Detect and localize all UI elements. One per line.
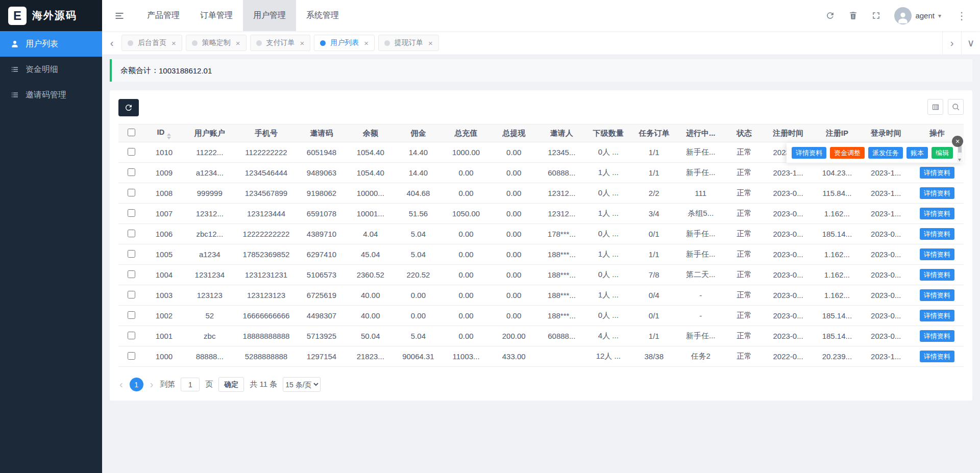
tab-close-icon[interactable]: × xyxy=(236,39,240,47)
topnav-item[interactable]: 订单管理 xyxy=(190,0,243,31)
table-row: 100088888...5288888888129715421823...900… xyxy=(118,346,964,367)
topnav-item[interactable]: 产品管理 xyxy=(137,0,190,31)
row-detail-button[interactable]: 详情资料 xyxy=(920,208,954,220)
row-detail-button[interactable]: 详情资料 xyxy=(920,269,954,281)
row-checkbox[interactable] xyxy=(128,270,135,278)
goto-page-input[interactable] xyxy=(181,378,200,391)
cell: 0.00 xyxy=(490,285,538,306)
row-checkbox[interactable] xyxy=(128,209,135,217)
column-header: 下级数量 xyxy=(585,125,631,142)
row-checkbox[interactable] xyxy=(128,332,135,339)
popup-action-button[interactable]: 详情资料 xyxy=(792,147,826,159)
row-checkbox[interactable] xyxy=(128,168,135,176)
trash-icon[interactable] xyxy=(848,11,858,20)
cell-actions: 详情资料 xyxy=(911,204,964,224)
cell: 正常 xyxy=(725,265,764,285)
popup-action-button[interactable]: 编辑 xyxy=(932,147,953,159)
next-page-button[interactable]: › xyxy=(149,379,155,390)
row-detail-button[interactable]: 详情资料 xyxy=(920,228,954,240)
cell: 1/1 xyxy=(631,142,677,163)
cell: 1007 xyxy=(144,204,184,224)
tab-close-icon[interactable]: × xyxy=(428,39,433,47)
menu-toggle-button[interactable] xyxy=(102,0,137,31)
column-header: 进行中... xyxy=(677,125,725,142)
popup-action-button[interactable]: 账本 xyxy=(906,147,928,159)
cell: 0.00 xyxy=(442,183,490,204)
cell: 185.14... xyxy=(813,306,862,326)
select-all-checkbox[interactable] xyxy=(128,129,135,136)
row-detail-button[interactable]: 详情资料 xyxy=(920,187,954,200)
page-number[interactable]: 1 xyxy=(130,378,143,391)
row-detail-button[interactable]: 详情资料 xyxy=(920,248,954,261)
cell: 2023-0... xyxy=(764,306,813,326)
row-checkbox[interactable] xyxy=(128,189,135,196)
table-search-button[interactable] xyxy=(948,99,964,115)
row-checkbox[interactable] xyxy=(128,148,135,156)
tab-close-icon[interactable]: × xyxy=(364,39,369,47)
tab[interactable]: 后台首页× xyxy=(121,35,182,51)
row-checkbox[interactable] xyxy=(128,311,135,319)
cell: 60888... xyxy=(538,326,586,346)
tab[interactable]: 提现订单× xyxy=(378,35,439,51)
cell: 14.40 xyxy=(395,142,443,163)
tabs-dropdown-icon[interactable]: ∨ xyxy=(961,31,980,55)
cell: 0.00 xyxy=(442,285,490,306)
row-detail-button[interactable]: 详情资料 xyxy=(920,351,954,363)
table-row: 1005a123417852369852629741045.045.040.00… xyxy=(118,244,964,265)
goto-confirm-button[interactable]: 确定 xyxy=(218,377,244,392)
row-detail-button[interactable]: 详情资料 xyxy=(920,289,954,302)
table-refresh-button[interactable] xyxy=(118,99,139,116)
table-row: 1006zbc12...1222222222243897104.045.040.… xyxy=(118,224,964,244)
tabs-scroll-left-icon[interactable]: ‹ xyxy=(102,31,121,55)
popup-action-button[interactable]: 资金调整 xyxy=(830,147,865,159)
tab[interactable]: 支付订单× xyxy=(250,35,311,51)
fullscreen-icon[interactable] xyxy=(871,11,881,20)
cell: 新手任... xyxy=(677,163,725,183)
column-header: 总充值 xyxy=(442,125,490,142)
tab-label: 用户列表 xyxy=(330,38,359,47)
topnav-item[interactable]: 系统管理 xyxy=(296,0,349,31)
cell: 7/8 xyxy=(631,265,677,285)
columns-toggle-button[interactable] xyxy=(927,99,943,115)
sort-icon[interactable] xyxy=(167,133,171,139)
tab-close-icon[interactable]: × xyxy=(300,39,305,47)
popup-action-button[interactable]: 派发任务 xyxy=(868,147,903,159)
topnav-item[interactable]: 用户管理 xyxy=(243,0,296,31)
user-name: agent xyxy=(915,11,935,20)
tab[interactable]: 策略定制× xyxy=(186,35,247,51)
cell: 1.162... xyxy=(813,285,862,306)
row-checkbox[interactable] xyxy=(128,291,135,298)
sidebar-item[interactable]: 资金明细 xyxy=(0,57,102,82)
cell: 1.162... xyxy=(813,244,862,265)
prev-page-button[interactable]: ‹ xyxy=(118,379,124,390)
row-detail-button[interactable]: 详情资料 xyxy=(920,310,954,322)
sidebar-item[interactable]: 邀请码管理 xyxy=(0,82,102,108)
tab-close-icon[interactable]: × xyxy=(172,39,176,47)
sidebar-item[interactable]: 用户列表 xyxy=(0,31,102,57)
cell: 1人 ... xyxy=(585,244,631,265)
page-size-select[interactable]: 15 条/页 xyxy=(283,377,321,392)
column-header: 注册IP xyxy=(813,125,862,142)
cell: 0.00 xyxy=(490,244,538,265)
cell: 12人 ... xyxy=(585,346,631,367)
row-detail-button[interactable]: 详情资料 xyxy=(920,330,954,342)
cell: a1234... xyxy=(184,163,236,183)
cell: 2022-0... xyxy=(764,346,813,367)
row-checkbox[interactable] xyxy=(128,352,135,360)
refresh-icon xyxy=(124,103,133,112)
row-checkbox[interactable] xyxy=(128,230,135,237)
popup-close-button[interactable]: × xyxy=(952,136,963,147)
cell: 1231231231 xyxy=(236,265,297,285)
tab[interactable]: 用户列表× xyxy=(314,35,375,51)
tabs-scroll-right-icon[interactable]: › xyxy=(942,31,961,55)
cell: 0/1 xyxy=(631,306,677,326)
refresh-icon[interactable] xyxy=(825,11,835,20)
user-menu[interactable]: agent ▾ xyxy=(894,7,941,24)
row-checkbox[interactable] xyxy=(128,250,135,258)
more-menu-icon[interactable]: ⋮ xyxy=(954,10,969,22)
cell: 新手任... xyxy=(677,326,725,346)
cell: 0/4 xyxy=(631,285,677,306)
row-detail-button[interactable]: 详情资料 xyxy=(920,167,954,179)
cell: 188***... xyxy=(538,285,586,306)
cell: 1000.00 xyxy=(442,142,490,163)
